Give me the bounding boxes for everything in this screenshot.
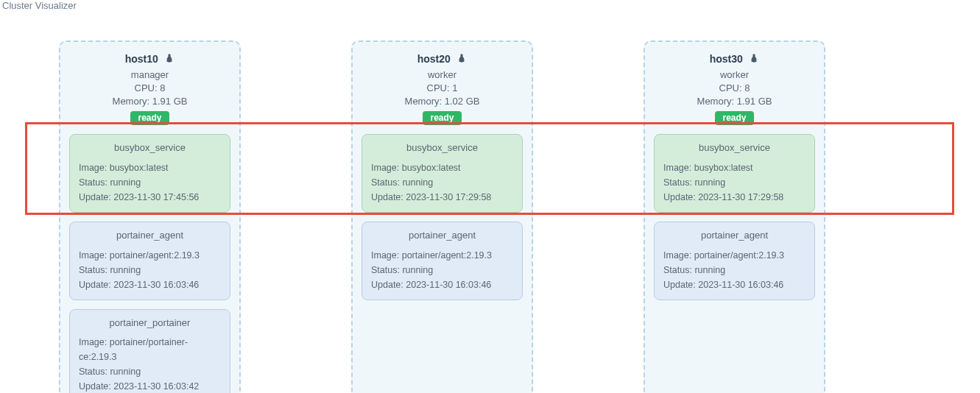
service-name: portainer_agent <box>79 228 221 244</box>
node-header: host20 worker CPU: 1 Memory: 1.02 GB rea… <box>362 52 523 125</box>
service-image: Image: busybox:latest <box>79 160 221 175</box>
service-card-busybox[interactable]: busybox_service Image: busybox:latest St… <box>654 134 815 213</box>
service-name: portainer_agent <box>371 228 513 244</box>
node-header: host30 worker CPU: 8 Memory: 1.91 GB rea… <box>654 52 815 125</box>
node-role: manager <box>69 69 230 80</box>
linux-icon <box>456 53 467 67</box>
service-image: Image: portainer/agent:2.19.3 <box>663 248 805 263</box>
service-update: Update: 2023-11-30 16:03:42 <box>79 379 221 393</box>
service-name: portainer_portainer <box>79 316 221 331</box>
node-memory: Memory: 1.91 GB <box>654 96 815 107</box>
service-image: Image: portainer/portainer-ce:2.19.3 <box>79 335 221 364</box>
linux-icon <box>749 53 759 67</box>
node-name: host30 <box>710 53 743 65</box>
service-image: Image: portainer/agent:2.19.3 <box>371 248 513 263</box>
node-name: host20 <box>417 53 451 65</box>
service-update: Update: 2023-11-30 17:29:58 <box>663 190 805 205</box>
service-status: Status: running <box>663 263 805 277</box>
node-role: worker <box>654 69 815 80</box>
node-card-host10[interactable]: host10 manager CPU: 8 Memory: 1.91 GB re… <box>59 40 241 393</box>
service-update: Update: 2023-11-30 17:29:58 <box>371 190 513 205</box>
service-update: Update: 2023-11-30 16:03:46 <box>371 277 513 292</box>
service-card-portainer-portainer[interactable]: portainer_portainer Image: portainer/por… <box>69 309 230 393</box>
service-name: portainer_agent <box>663 228 805 244</box>
service-status: Status: running <box>371 175 513 190</box>
node-card-host30[interactable]: host30 worker CPU: 8 Memory: 1.91 GB rea… <box>644 40 825 393</box>
node-card-host20[interactable]: host20 worker CPU: 1 Memory: 1.02 GB rea… <box>351 40 533 393</box>
service-name: busybox_service <box>371 141 513 156</box>
node-cpu: CPU: 8 <box>69 82 230 93</box>
node-memory: Memory: 1.91 GB <box>69 96 230 107</box>
node-name: host10 <box>125 53 158 65</box>
service-update: Update: 2023-11-30 16:03:46 <box>79 277 221 292</box>
service-name: busybox_service <box>79 141 221 156</box>
service-image: Image: busybox:latest <box>371 160 513 175</box>
service-status: Status: running <box>663 175 805 190</box>
node-role: worker <box>362 69 523 80</box>
service-image: Image: busybox:latest <box>663 160 805 175</box>
linux-icon <box>164 53 175 67</box>
status-badge: ready <box>715 111 753 125</box>
service-card-portainer-agent[interactable]: portainer_agent Image: portainer/agent:2… <box>69 222 230 300</box>
service-status: Status: running <box>371 263 513 277</box>
service-update: Update: 2023-11-30 16:03:46 <box>663 277 805 292</box>
service-card-portainer-agent[interactable]: portainer_agent Image: portainer/agent:2… <box>362 222 523 300</box>
status-badge: ready <box>130 111 169 125</box>
page-title: Cluster Visualizer <box>0 0 980 18</box>
service-card-portainer-agent[interactable]: portainer_agent Image: portainer/agent:2… <box>654 222 815 300</box>
service-status: Status: running <box>79 175 221 190</box>
node-header: host10 manager CPU: 8 Memory: 1.91 GB re… <box>69 52 230 125</box>
node-cpu: CPU: 8 <box>654 82 815 93</box>
service-status: Status: running <box>79 263 221 277</box>
service-card-busybox[interactable]: busybox_service Image: busybox:latest St… <box>362 134 523 213</box>
service-update: Update: 2023-11-30 17:45:56 <box>79 190 221 205</box>
service-image: Image: portainer/agent:2.19.3 <box>79 248 221 263</box>
service-card-busybox[interactable]: busybox_service Image: busybox:latest St… <box>69 134 230 213</box>
node-cpu: CPU: 1 <box>362 82 523 93</box>
service-status: Status: running <box>79 364 221 379</box>
node-memory: Memory: 1.02 GB <box>362 96 523 107</box>
cluster-container: host10 manager CPU: 8 Memory: 1.91 GB re… <box>0 18 980 393</box>
service-name: busybox_service <box>663 141 805 156</box>
status-badge: ready <box>423 111 461 125</box>
